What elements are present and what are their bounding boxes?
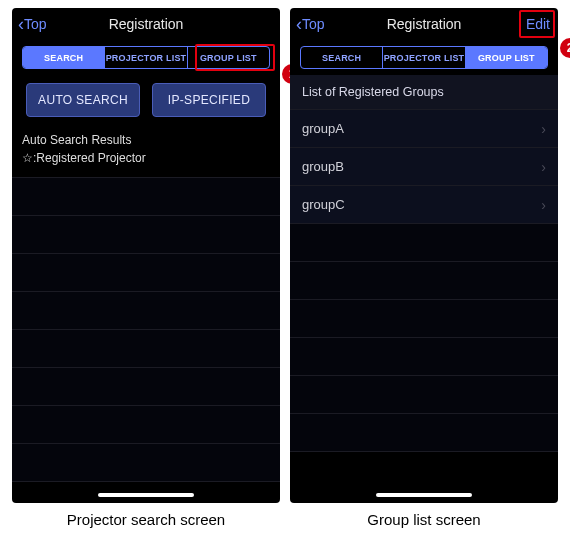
- segmented-control: SEARCH PROJECTOR LIST GROUP LIST: [300, 46, 548, 69]
- edit-button[interactable]: Edit: [526, 16, 550, 32]
- page-title: Registration: [109, 16, 184, 32]
- tab-search[interactable]: SEARCH: [301, 47, 383, 68]
- table-row: [12, 292, 280, 330]
- chevron-right-icon: ›: [541, 197, 546, 213]
- annotation-badge-2: 2: [560, 38, 570, 58]
- results-table: [12, 177, 280, 482]
- back-label: Top: [302, 16, 325, 32]
- tab-projector-list[interactable]: PROJECTOR LIST: [383, 47, 465, 68]
- nav-bar: ‹ Top Registration Edit: [290, 8, 558, 40]
- table-row: [12, 216, 280, 254]
- tab-projector-list[interactable]: PROJECTOR LIST: [105, 47, 187, 68]
- table-row: [290, 300, 558, 338]
- button-row: AUTO SEARCH IP-SPECIFIED: [12, 75, 280, 127]
- section-header: List of Registered Groups: [290, 75, 558, 109]
- results-line2: ☆:Registered Projector: [22, 149, 270, 167]
- table-row: [12, 444, 280, 482]
- table-row: [12, 254, 280, 292]
- ip-specified-button[interactable]: IP-SPECIFIED: [152, 83, 266, 117]
- tab-search[interactable]: SEARCH: [23, 47, 105, 68]
- auto-search-button[interactable]: AUTO SEARCH: [26, 83, 140, 117]
- table-row: [12, 330, 280, 368]
- list-item[interactable]: groupC ›: [290, 186, 558, 224]
- page-title: Registration: [387, 16, 462, 32]
- results-header: Auto Search Results ☆:Registered Project…: [12, 127, 280, 177]
- tab-group-list[interactable]: GROUP LIST: [188, 47, 269, 68]
- table-row: [290, 338, 558, 376]
- table-row: [290, 414, 558, 452]
- results-line1: Auto Search Results: [22, 131, 270, 149]
- tab-group-list[interactable]: GROUP LIST: [466, 47, 547, 68]
- home-indicator-icon: [98, 493, 194, 497]
- table-row: [290, 224, 558, 262]
- table-row: [12, 368, 280, 406]
- group-name: groupA: [302, 121, 344, 136]
- chevron-right-icon: ›: [541, 159, 546, 175]
- list-item[interactable]: groupA ›: [290, 110, 558, 148]
- screen-caption: Projector search screen: [12, 511, 280, 528]
- group-name: groupB: [302, 159, 344, 174]
- group-name: groupC: [302, 197, 345, 212]
- back-label: Top: [24, 16, 47, 32]
- table-row: [12, 406, 280, 444]
- back-button[interactable]: ‹ Top: [296, 15, 325, 33]
- back-button[interactable]: ‹ Top: [18, 15, 47, 33]
- projector-search-screen: ‹ Top Registration SEARCH PROJECTOR LIST…: [12, 8, 280, 503]
- table-row: [12, 178, 280, 216]
- screen-caption: Group list screen: [290, 511, 558, 528]
- group-table: groupA › groupB › groupC ›: [290, 109, 558, 452]
- list-item[interactable]: groupB ›: [290, 148, 558, 186]
- chevron-right-icon: ›: [541, 121, 546, 137]
- home-indicator-icon: [376, 493, 472, 497]
- table-row: [290, 376, 558, 414]
- segmented-control: SEARCH PROJECTOR LIST GROUP LIST: [22, 46, 270, 69]
- group-list-screen: ‹ Top Registration Edit SEARCH PROJECTOR…: [290, 8, 558, 503]
- table-row: [290, 262, 558, 300]
- nav-bar: ‹ Top Registration: [12, 8, 280, 40]
